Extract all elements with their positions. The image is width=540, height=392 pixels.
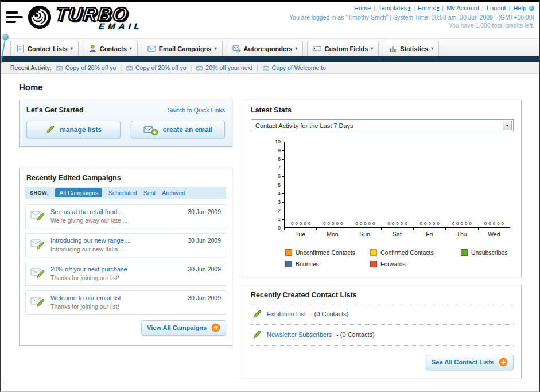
filter-all-campaigns[interactable]: All Campaigns [55, 188, 102, 197]
tab-email-campaigns[interactable]: Email Campaigns ▾ [142, 41, 223, 56]
filter-sent[interactable]: Sent [143, 189, 156, 196]
legend-item-forwards: Forwards [370, 261, 461, 267]
bar-value-label: 0 [323, 222, 325, 226]
contact-list-item[interactable]: Newsletter Subscribers - (0 Contacts) [251, 325, 514, 346]
activity-separator: | [257, 64, 258, 71]
bar-value-label: 0 [304, 222, 306, 226]
bar-value-label: 0 [328, 222, 330, 226]
login-info: You are logged in as "Timothy Smith" | S… [289, 14, 534, 21]
recently-edited-campaigns-panel: Recently Edited Campaigns SHOW: All Camp… [19, 168, 232, 346]
contact-list-link[interactable]: Newsletter Subscribers [267, 331, 332, 338]
page-title: Home [19, 82, 522, 92]
tab-custom-fields[interactable]: Custom Fields ▾ [307, 41, 379, 56]
manage-lists-button[interactable]: manage lists [26, 121, 121, 138]
campaign-date: 30 Jun 2009 [188, 237, 221, 244]
campaign-date: 30 Jun 2009 [188, 208, 221, 215]
tab-label: Autoresponders [244, 45, 293, 52]
campaign-date: 30 Jun 2009 [188, 266, 221, 273]
campaign-title-link[interactable]: See us at the retail food ... [50, 208, 183, 215]
tab-contact-lists[interactable]: Contact Lists ▾ [10, 41, 79, 56]
recent-activity-link[interactable]: Copy of 20% off yo [65, 64, 116, 71]
main-content: Home Let's Get Started Switch to Quick L… [1, 74, 539, 378]
bar-value-label: 0 [355, 222, 358, 226]
filter-archived[interactable]: Archived [162, 189, 185, 196]
nav-divider-bar [1, 56, 539, 62]
bar-value-label: 0 [291, 222, 293, 226]
recent-activity-item[interactable]: Copy of 20% off yo [126, 64, 187, 71]
nav-help-link[interactable]: Help [513, 5, 526, 11]
tab-autoresponders[interactable]: Autoresponders ▾ [227, 41, 304, 56]
bar-value-label: 0 [461, 222, 463, 226]
contact-list-item[interactable]: Exhibition List - (0 Contacts) [251, 304, 514, 325]
nav-my-account-link[interactable]: My Account [446, 5, 479, 11]
tab-label: Contacts [100, 45, 127, 52]
recent-activity-link[interactable]: Copy of 20% off yo [135, 64, 187, 71]
chevron-down-icon: ▾ [437, 6, 439, 11]
y-axis-tick: 4 [278, 191, 284, 196]
recent-activity-item[interactable]: Copy of 20% off yo [56, 64, 116, 71]
campaign-list-item[interactable]: See us at the retail food ... We're givi… [25, 204, 226, 228]
logo-text: TURBO EMAIL [54, 5, 145, 30]
bar-group: 00000 [446, 222, 478, 227]
utility-nav: Home | Templates▾ | Forms▾ | My Account … [289, 5, 534, 11]
view-all-campaigns-button[interactable]: View All Campaigns [141, 320, 226, 336]
recent-activity-item[interactable]: 20% off your next [196, 64, 252, 71]
header-right: Home | Templates▾ | Forms▾ | My Account … [289, 5, 534, 29]
contact-list-link[interactable]: Exhibition List [267, 311, 306, 317]
nav-templates-link[interactable]: Templates▾ [378, 5, 410, 11]
legend-item-unsubscribes: Unsubscribes [461, 249, 510, 256]
x-axis-label: Wed [478, 228, 510, 238]
recent-activity-item[interactable]: Copy of Welcome to [262, 64, 326, 71]
bar-value-label: 0 [372, 222, 375, 226]
bar-value-label: 0 [295, 222, 297, 226]
tab-statistics[interactable]: Statistics ▾ [383, 41, 439, 56]
campaign-subtitle: Thanks for joining our list! [50, 303, 183, 310]
nav-forms-link[interactable]: Forms▾ [418, 5, 439, 11]
chevron-down-icon: ▾ [408, 6, 410, 11]
logo-word: TURBO [55, 5, 145, 24]
x-axis: TueMonSunSatFriThuWed [284, 228, 510, 238]
create-email-button[interactable]: create an email [131, 121, 225, 138]
edit-list-icon [252, 309, 262, 319]
envelope-icon [56, 65, 63, 71]
campaign-list-item[interactable]: Introducing our new range ... Introducin… [25, 233, 226, 257]
campaign-title-link[interactable]: Welcome to our email list [50, 294, 183, 301]
chevron-down-icon: ▾ [130, 46, 132, 51]
envelope-icon [126, 65, 133, 71]
recent-activity-link[interactable]: 20% off your next [205, 64, 252, 71]
legend-swatch-icon [285, 249, 292, 256]
plot-area: 00000000000000000000000000000000000 [284, 142, 510, 228]
tab-contacts[interactable]: Contacts ▾ [83, 41, 138, 56]
nav-home-link[interactable]: Home [354, 5, 371, 11]
campaign-list-item[interactable]: Welcome to our email list Thanks for joi… [25, 290, 226, 315]
y-axis-tick: 9 [278, 148, 284, 153]
stats-panel-title: Latest Stats [251, 106, 514, 114]
bar-value-label: 0 [405, 222, 407, 226]
y-axis: 109876543210 [270, 142, 284, 228]
nav-logout-link[interactable]: Logout [487, 5, 506, 11]
recent-activity-link[interactable]: Copy of Welcome to [272, 64, 326, 71]
header: TURBO EMAIL Home | Templates▾ | Forms▾ |… [1, 2, 539, 38]
stats-period-select[interactable]: Contact Activity for the Last 7 Days ▼ [251, 119, 514, 131]
get-started-panel: Let's Get Started Switch to Quick Links … [19, 100, 232, 147]
campaign-title-link[interactable]: Introducing our new range ... [50, 237, 183, 244]
contact-activity-chart: 109876543210 000000000000000000000000000… [270, 142, 510, 267]
custom-fields-icon [313, 44, 321, 53]
switch-quick-links-link[interactable]: Switch to Quick Links [168, 107, 225, 114]
campaign-title-link[interactable]: 20% off your next purchase [50, 266, 183, 273]
edit-list-icon [252, 329, 262, 340]
stats-period-value: Contact Activity for the Last 7 Days [255, 122, 353, 129]
campaign-list-item[interactable]: 20% off your next purchase Thanks for jo… [25, 262, 226, 286]
tab-label: Custom Fields [324, 45, 368, 52]
chevron-down-icon: ▾ [71, 46, 73, 51]
latest-stats-panel: Latest Stats Contact Activity for the La… [243, 100, 522, 277]
bar-value-label: 0 [396, 222, 398, 226]
see-all-contact-lists-button[interactable]: See All Contact Lists [426, 355, 514, 370]
bar-value-label: 0 [364, 222, 366, 226]
y-axis-tick: 3 [278, 199, 284, 205]
help-indicator-dot[interactable] [529, 6, 534, 11]
filter-scheduled[interactable]: Scheduled [108, 189, 137, 196]
y-axis-tick: 8 [278, 156, 284, 162]
bar-value-label: 0 [452, 222, 454, 226]
legend-item-bounces: Bounces [285, 261, 370, 267]
